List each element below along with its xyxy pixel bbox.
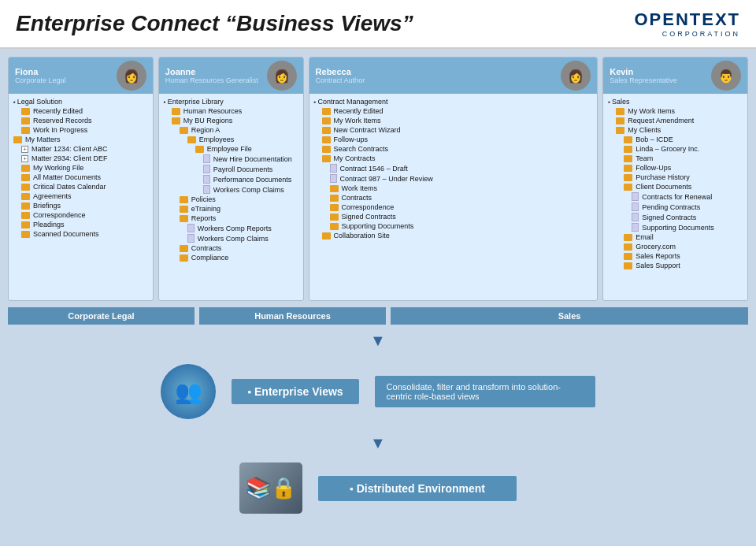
list-item[interactable]: Contracts — [164, 243, 298, 253]
list-item[interactable]: Human Resources — [164, 106, 298, 116]
list-item-label: Pending Contracts — [642, 203, 700, 211]
list-item[interactable]: Employee File — [164, 144, 298, 154]
list-item[interactable]: Correspondence — [314, 202, 593, 212]
list-item-label: Purchase History — [636, 173, 690, 181]
list-item-label: Email — [636, 233, 654, 241]
list-item-label: Sales — [612, 98, 630, 106]
list-item[interactable]: Follow-ups — [314, 135, 593, 144]
list-item-label: Signed Contracts — [342, 213, 396, 221]
list-item[interactable]: Team — [608, 154, 743, 163]
list-item[interactable]: Work In Progress — [13, 125, 148, 135]
list-item[interactable]: Pleadings — [13, 220, 148, 229]
list-item[interactable]: Briefings — [13, 201, 148, 210]
logo-main-text: OPENTEXT — [634, 9, 740, 30]
list-item[interactable]: Signed Contracts — [608, 212, 743, 222]
list-item[interactable]: New Hire Documentation — [164, 154, 298, 164]
list-item-label: Legal Solution — [17, 98, 62, 106]
list-item[interactable]: Sales Support — [608, 261, 743, 270]
list-item[interactable]: Linda – Grocery Inc. — [608, 144, 743, 154]
list-item[interactable]: Employees — [164, 135, 298, 144]
list-item-label: Region A — [191, 126, 220, 134]
list-item[interactable]: ▪Legal Solution — [13, 97, 148, 106]
list-item[interactable]: Request Amendment — [608, 116, 743, 125]
list-item[interactable]: Scanned Documents — [13, 229, 148, 239]
list-item[interactable]: My Working File — [13, 163, 148, 173]
list-item-label: eTraining — [191, 205, 220, 213]
list-item[interactable]: +Matter 1234: Client ABC — [13, 144, 148, 154]
list-item[interactable]: Signed Contracts — [314, 212, 593, 221]
enterprise-description: Consolidate, filter and transform into s… — [375, 376, 595, 407]
list-item[interactable]: Work Items — [314, 184, 593, 193]
list-item[interactable]: Client Documents — [608, 182, 743, 191]
list-item[interactable]: My BU Regions — [164, 116, 298, 125]
list-item[interactable]: My Clients — [608, 125, 743, 135]
list-item[interactable]: Purchase History — [608, 173, 743, 182]
list-item-label: Follow-ups — [334, 136, 369, 143]
list-item[interactable]: Workers Comp Reports — [164, 223, 298, 233]
list-item[interactable]: Grocery.com — [608, 242, 743, 251]
list-item-label: Briefings — [33, 202, 61, 210]
panel-name-contract: Rebecca — [316, 67, 557, 76]
list-item[interactable]: Collaboration Site — [314, 231, 593, 240]
list-item-label: Contract 1546 – Draft — [340, 165, 408, 173]
list-item[interactable]: Policies — [164, 195, 298, 204]
list-item[interactable]: Region A — [164, 125, 298, 135]
list-item-label: Work In Progress — [33, 126, 87, 134]
list-item[interactable]: Payroll Documents — [164, 164, 298, 174]
list-item[interactable]: Sales Reports — [608, 251, 743, 261]
panel-corporate: FionaCorporate Legal👩▪Legal SolutionRece… — [8, 57, 154, 301]
list-item[interactable]: Supporting Documents — [314, 221, 593, 231]
list-item-label: Contract Management — [317, 98, 387, 106]
opentext-logo: OPENTEXT CORPORATION — [634, 9, 740, 38]
list-item[interactable]: Reserved Records — [13, 116, 148, 125]
list-item-label: Team — [636, 154, 653, 162]
list-item[interactable]: +Matter 2934: Client DEF — [13, 154, 148, 163]
list-item-label: Linda – Grocery Inc. — [636, 145, 699, 153]
list-item[interactable]: ▪Enterprise Library — [164, 97, 298, 106]
list-item[interactable]: Recently Edited — [314, 106, 593, 116]
logo-sub-text: CORPORATION — [634, 30, 740, 38]
list-item[interactable]: My Work Items — [608, 106, 743, 116]
panel-name-hr: Joanne — [165, 67, 262, 76]
list-item[interactable]: Correspondence — [13, 210, 148, 220]
list-item[interactable]: Email — [608, 232, 743, 242]
list-item[interactable]: Contract 1546 – Draft — [314, 163, 593, 173]
list-item-label: Matter 2934: Client DEF — [32, 154, 108, 162]
list-item[interactable]: ▪Sales — [608, 97, 743, 106]
list-item[interactable]: Agreements — [13, 191, 148, 201]
panel-body-sales: ▪SalesMy Work ItemsRequest AmendmentMy C… — [603, 94, 747, 300]
list-item-label: Supporting Documents — [642, 224, 714, 232]
list-item-label: Scanned Documents — [33, 230, 99, 238]
list-item-label: Critical Dates Calendar — [33, 183, 106, 191]
list-item[interactable]: Contract 987 – Under Review — [314, 173, 593, 184]
list-item[interactable]: Reports — [164, 214, 298, 223]
list-item-label: Contract 987 – Under Review — [340, 175, 433, 183]
list-item[interactable]: Performance Documents — [164, 174, 298, 184]
list-item[interactable]: Contracts for Renewal — [608, 191, 743, 202]
list-item[interactable]: Contracts — [314, 193, 593, 202]
list-item[interactable]: Recently Edited — [13, 106, 148, 116]
list-item-label: My Work Items — [628, 107, 675, 115]
list-item[interactable]: Supporting Documents — [608, 222, 743, 232]
list-item[interactable]: eTraining — [164, 204, 298, 214]
list-item-label: Sales Reports — [636, 252, 680, 260]
list-item-label: All Matter Documents — [33, 173, 101, 181]
list-item[interactable]: Critical Dates Calendar — [13, 182, 148, 191]
list-item[interactable]: ▪Contract Management — [314, 97, 593, 106]
list-item[interactable]: My Contracts — [314, 154, 593, 163]
list-item[interactable]: My Work Items — [314, 116, 593, 125]
list-item[interactable]: Compliance — [164, 253, 298, 262]
list-item[interactable]: Bob – ICDE — [608, 135, 743, 144]
list-item-label: Request Amendment — [628, 117, 694, 124]
list-item[interactable]: Workers Comp Claims — [164, 233, 298, 243]
list-item-label: Search Contracts — [334, 145, 389, 153]
list-item[interactable]: My Matters — [13, 135, 148, 144]
list-item[interactable]: New Contract Wizard — [314, 125, 593, 135]
list-item-label: Contracts for Renewal — [642, 193, 712, 201]
panel-role-contract: Contract Author — [316, 76, 557, 84]
list-item[interactable]: Pending Contracts — [608, 202, 743, 212]
list-item[interactable]: Workers Comp Claims — [164, 184, 298, 195]
list-item[interactable]: Search Contracts — [314, 144, 593, 154]
list-item[interactable]: All Matter Documents — [13, 173, 148, 182]
list-item[interactable]: Follow-Ups — [608, 163, 743, 173]
